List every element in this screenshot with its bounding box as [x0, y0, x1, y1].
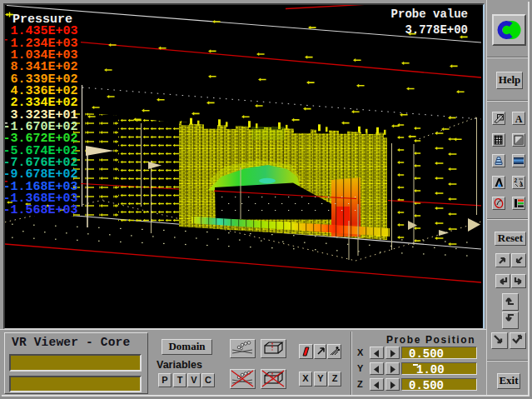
svg-text:-1.568E+03: -1.568E+03 — [3, 203, 78, 217]
svg-text:Probe value: Probe value — [391, 7, 468, 21]
svg-text:3.778E+00: 3.778E+00 — [405, 23, 468, 37]
svg-text:A: A — [515, 113, 523, 125]
svg-text:2: 2 — [515, 177, 518, 183]
